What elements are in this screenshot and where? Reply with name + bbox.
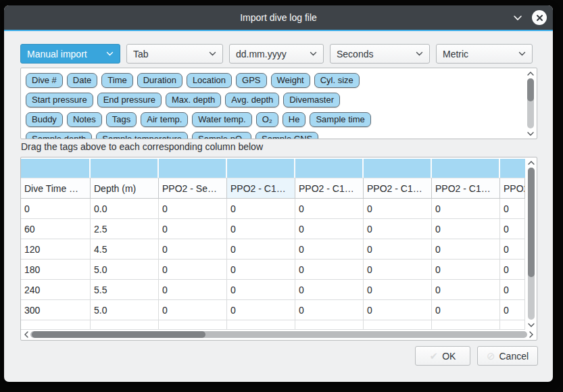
scrollbar-thumb[interactable] xyxy=(527,78,534,101)
preview-table-panel: Dive Time …Depth (m)PPO2 - Se…PPO2 - C1…… xyxy=(20,157,537,341)
column-header[interactable]: Depth (m) xyxy=(91,178,159,199)
tag-dive[interactable]: Dive # xyxy=(26,73,63,88)
duration-format-select[interactable]: Seconds xyxy=(330,44,430,64)
scroll-up-icon[interactable] xyxy=(528,159,535,166)
tag-he[interactable]: He xyxy=(283,112,306,127)
table-cell: 240 xyxy=(21,280,91,300)
tag-end-pressure[interactable]: End pressure xyxy=(97,93,162,107)
tag-sample-po[interactable]: Sample pO₂ xyxy=(192,132,251,139)
tag-sample-temperature[interactable]: Sample temperature xyxy=(96,132,188,139)
scroll-right-icon[interactable] xyxy=(527,331,535,338)
drop-target-cell[interactable] xyxy=(364,159,432,178)
column-header[interactable]: PPO2 - C1… xyxy=(364,178,432,199)
table-vertical-scrollbar[interactable] xyxy=(526,159,536,328)
column-header[interactable]: PPO2 - C1… xyxy=(500,178,525,199)
scroll-down-icon[interactable] xyxy=(528,321,535,328)
table-cell: 2.5 xyxy=(91,219,159,239)
table-cell: 0 xyxy=(364,199,432,219)
units-select[interactable]: Metric xyxy=(436,44,533,64)
cancel-button-label: Cancel xyxy=(499,351,529,362)
table-cell: 0 xyxy=(159,199,227,219)
tag-time[interactable]: Time xyxy=(101,73,132,88)
table-cell: 0 xyxy=(364,300,432,320)
tag-start-pressure[interactable]: Start pressure xyxy=(26,93,93,107)
table-cell: 0 xyxy=(227,300,295,320)
tag-notes[interactable]: Notes xyxy=(67,112,102,127)
column-header[interactable]: PPO2 - C1… xyxy=(432,178,500,199)
column-header[interactable]: PPO2 - C1… xyxy=(295,178,364,199)
table-cell: 0 xyxy=(159,260,227,280)
import-source-select[interactable]: Manual import xyxy=(20,44,120,64)
table-row: 00.0000000 xyxy=(21,199,525,219)
scroll-up-icon[interactable] xyxy=(527,70,534,77)
scrollbar-thumb[interactable] xyxy=(32,331,205,338)
table-cell: 0 xyxy=(432,199,500,219)
tag-sample-depth[interactable]: Sample depth xyxy=(26,132,92,139)
table-cell: 5.0 xyxy=(91,300,159,320)
tag-buddy[interactable]: Buddy xyxy=(26,112,63,127)
tag-max-depth[interactable]: Max. depth xyxy=(166,93,221,107)
table-horizontal-scrollbar[interactable] xyxy=(22,329,535,339)
drag-instruction-label: Drag the tags above to each correspondin… xyxy=(21,141,263,152)
tag-divemaster[interactable]: Divemaster xyxy=(283,93,340,107)
drop-target-cell[interactable] xyxy=(159,159,227,178)
table-cell: 180 xyxy=(21,260,91,280)
table-cell: 0 xyxy=(432,280,500,300)
field-separator-select[interactable]: Tab xyxy=(126,44,223,64)
drop-target-cell[interactable] xyxy=(21,159,91,178)
tag-row: BuddyNotesTagsAir temp.Water temp.O₂HeSa… xyxy=(26,112,520,127)
ok-button[interactable]: ✔ OK xyxy=(415,346,470,366)
table-cell: 0 xyxy=(21,199,91,219)
scrollbar-thumb[interactable] xyxy=(528,168,535,277)
column-header[interactable]: PPO2 - Se… xyxy=(159,178,227,199)
drop-target-cell[interactable] xyxy=(295,159,364,178)
tag-gps[interactable]: GPS xyxy=(236,73,266,88)
table-cell: 0 xyxy=(295,300,364,320)
tag-location[interactable]: Location xyxy=(187,73,232,88)
table-cell: 0 xyxy=(295,219,364,239)
column-header[interactable]: Dive Time … xyxy=(21,178,91,199)
cancel-button[interactable]: ⊘ Cancel xyxy=(477,346,538,366)
date-format-select[interactable]: dd.mm.yyyy xyxy=(229,44,324,64)
drop-target-cell[interactable] xyxy=(227,159,295,178)
tag-sample-cns[interactable]: Sample CNS xyxy=(255,132,318,139)
table-cell: 0 xyxy=(500,219,525,239)
table-cell: 0 xyxy=(432,239,500,260)
scrollbar-track[interactable] xyxy=(527,78,534,128)
check-icon: ✔ xyxy=(430,350,439,362)
drop-target-cell[interactable] xyxy=(91,159,159,178)
titlebar[interactable]: Import dive log file xyxy=(4,5,553,30)
tag-duration[interactable]: Duration xyxy=(137,73,182,88)
import-dialog-window: Import dive log file Manual import Tab d… xyxy=(4,5,553,382)
tag-cyl-size[interactable]: Cyl. size xyxy=(314,73,360,88)
table-cell: 0 xyxy=(500,260,525,280)
table-cell xyxy=(432,320,500,330)
table-cell: 0 xyxy=(295,280,364,300)
tag-avg-depth[interactable]: Avg. depth xyxy=(225,93,279,107)
table-cell xyxy=(159,320,227,330)
table-cell: 0 xyxy=(227,239,295,260)
drop-target-cell[interactable] xyxy=(500,159,525,178)
tag-date[interactable]: Date xyxy=(67,73,97,88)
table-row: 1204.5000000 xyxy=(21,239,525,260)
table-cell: 0 xyxy=(500,199,525,219)
drop-target-row xyxy=(21,159,525,178)
tag-o[interactable]: O₂ xyxy=(256,112,278,127)
tag-tags[interactable]: Tags xyxy=(106,112,137,127)
scrollbar-track[interactable] xyxy=(30,331,527,338)
table-cell: 0 xyxy=(159,239,227,260)
drop-target-cell[interactable] xyxy=(432,159,500,178)
scroll-left-icon[interactable] xyxy=(22,331,30,338)
tag-sample-time[interactable]: Sample time xyxy=(310,112,370,127)
scrollbar-track[interactable] xyxy=(528,168,535,320)
scroll-down-icon[interactable] xyxy=(527,130,534,137)
shade-chevron-down-icon[interactable] xyxy=(513,15,522,21)
table-cell: 5.0 xyxy=(91,260,159,280)
tag-weight[interactable]: Weight xyxy=(271,73,310,88)
tag-air-temp[interactable]: Air temp. xyxy=(141,112,188,127)
window-title: Import dive log file xyxy=(240,12,317,23)
tag-water-temp[interactable]: Water temp. xyxy=(192,112,251,127)
close-icon[interactable] xyxy=(532,10,547,25)
tags-scrollbar[interactable] xyxy=(525,70,535,137)
column-header[interactable]: PPO2 - C1… xyxy=(227,178,295,199)
